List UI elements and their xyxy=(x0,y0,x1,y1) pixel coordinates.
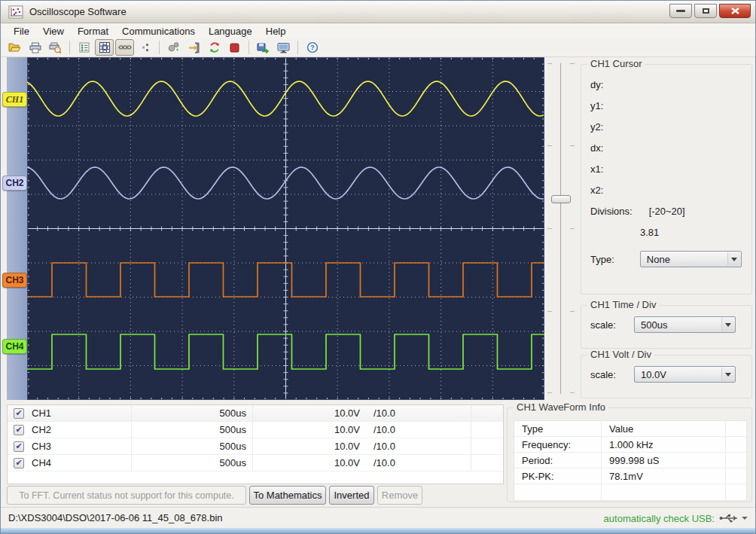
channel-tag-ch2[interactable]: CH2 xyxy=(2,175,27,191)
inverted-button[interactable]: Inverted xyxy=(329,486,374,505)
volt-div-panel: CH1 Volt / Div scale: 10.0V xyxy=(581,355,752,398)
waveform-canvas xyxy=(27,57,544,400)
toolbar-separator xyxy=(297,41,298,54)
refresh-button[interactable] xyxy=(205,39,224,56)
grid-display-button[interactable] xyxy=(95,39,114,56)
restore-icon xyxy=(703,8,709,14)
frequency-label: Frequency: xyxy=(514,437,602,452)
help-icon: ? xyxy=(306,41,319,53)
stop-button[interactable] xyxy=(225,39,244,56)
toolbar-separator xyxy=(69,41,70,54)
channel-tag-ch3[interactable]: CH3 xyxy=(2,273,27,288)
window-bottom-border xyxy=(1,528,755,534)
slider-thumb[interactable] xyxy=(551,195,571,203)
toolbar-separator xyxy=(248,41,249,54)
remove-button[interactable]: Remove xyxy=(377,486,422,505)
pkpk-value: 78.1mV xyxy=(602,468,726,484)
time-scale-select[interactable]: 500us xyxy=(634,316,736,333)
ch1-name: CH1 xyxy=(32,407,51,419)
table-row-ch3[interactable]: ✔ CH3 500us 10.0V /10.0 xyxy=(8,438,503,455)
menu-bar: File View Format Communications Language… xyxy=(1,23,755,38)
ch3-name: CH3 xyxy=(32,441,51,452)
ch1-probe: /10.0 xyxy=(366,405,471,421)
volt-div-title: CH1 Volt / Div xyxy=(587,349,654,360)
usb-icon xyxy=(719,514,737,523)
time-div-title: CH1 Time / Div xyxy=(587,299,659,310)
open-file-button[interactable] xyxy=(5,39,24,56)
import-data-icon xyxy=(188,42,200,53)
ch2-name: CH2 xyxy=(32,424,51,435)
to-fft-button[interactable]: To FFT. Current status not support for t… xyxy=(7,486,246,505)
menu-file[interactable]: File xyxy=(7,24,36,38)
close-button[interactable] xyxy=(719,4,751,18)
import-data-button[interactable] xyxy=(184,39,203,56)
channel-label-strip: CH1 CH2 CH3 CH4 xyxy=(7,57,27,400)
cursor-panel-title: CH1 Cursor xyxy=(587,58,645,69)
channel-tag-ch1[interactable]: CH1 xyxy=(2,92,27,107)
menu-language[interactable]: Language xyxy=(202,24,259,38)
ch3-probe: /10.0 xyxy=(366,438,471,454)
ch3-volt: 10.0V xyxy=(253,438,366,454)
to-mathematics-button[interactable]: To Mathematics xyxy=(249,486,326,505)
period-label: Period: xyxy=(514,453,602,468)
grid-display-icon xyxy=(99,41,111,53)
waveform-info-title: CH1 WaveForm Info xyxy=(514,401,608,413)
dashed-display-button[interactable] xyxy=(115,39,134,56)
screen-capture-button[interactable] xyxy=(274,39,293,56)
volt-scale-value: 10.0V xyxy=(641,369,666,380)
menu-communications[interactable]: Communications xyxy=(115,24,202,38)
toolbar: ? xyxy=(1,38,755,57)
minimize-icon xyxy=(676,10,685,12)
help-button[interactable]: ? xyxy=(303,39,322,56)
slider-tick-mark xyxy=(570,228,575,229)
waveform-display[interactable] xyxy=(27,57,544,400)
cursor-type-select[interactable]: None xyxy=(640,251,742,267)
ch1-checkbox[interactable]: ✔ xyxy=(14,408,24,419)
channel-list-button[interactable] xyxy=(75,39,93,56)
stop-icon xyxy=(230,43,239,53)
ch3-checkbox[interactable]: ✔ xyxy=(14,441,24,452)
time-scale-dropdown-button[interactable] xyxy=(721,318,734,331)
cursor-type-label: Type: xyxy=(590,254,614,265)
settings-gears-button[interactable] xyxy=(164,39,183,56)
usb-status-label: automatically check USB: xyxy=(604,513,715,524)
checkbox-check-icon: ✔ xyxy=(15,459,22,467)
dots-display-button[interactable] xyxy=(136,39,154,56)
menu-format[interactable]: Format xyxy=(71,24,115,38)
divisions-range: [-20~20] xyxy=(649,206,685,217)
info-row-pkpk: PK-PK: 78.1mV xyxy=(514,468,746,484)
slider-track[interactable] xyxy=(560,63,562,394)
channel-tag-ch4[interactable]: CH4 xyxy=(2,339,27,354)
minimize-button[interactable] xyxy=(669,4,692,18)
volt-scale-select[interactable]: 10.0V xyxy=(634,366,736,383)
volt-scale-dropdown-button[interactable] xyxy=(721,368,734,381)
channel-table: ✔ CH1 500us 10.0V /10.0 ✔ CH2 500us 10.0… xyxy=(7,404,504,484)
checkbox-check-icon: ✔ xyxy=(15,442,22,450)
chevron-down-icon xyxy=(731,258,737,261)
app-logo-icon xyxy=(8,5,23,19)
cursor-field-dy: dy: xyxy=(581,74,751,95)
toolbar-separator xyxy=(159,41,160,54)
cursor-type-dropdown-button[interactable] xyxy=(727,252,740,266)
table-row-ch1[interactable]: ✔ CH1 500us 10.0V /10.0 xyxy=(8,405,503,422)
channel-list-icon xyxy=(79,42,90,53)
restore-button[interactable] xyxy=(694,4,717,18)
print-preview-button[interactable] xyxy=(46,39,65,56)
ch2-checkbox[interactable]: ✔ xyxy=(14,425,24,435)
cursor-field-y2: y2: xyxy=(581,116,751,137)
table-row-ch2[interactable]: ✔ CH2 500us 10.0V /10.0 xyxy=(8,422,503,438)
time-scale-label: scale: xyxy=(590,319,616,331)
cursor-field-x1: x1: xyxy=(581,158,751,179)
table-row-ch4[interactable]: ✔ CH4 500us 10.0V /10.0 xyxy=(8,455,503,471)
checkbox-check-icon: ✔ xyxy=(15,409,22,417)
menu-view[interactable]: View xyxy=(36,24,71,38)
time-div-panel: CH1 Time / Div scale: 500us xyxy=(581,305,752,349)
menu-help[interactable]: Help xyxy=(259,24,293,38)
export-save-button[interactable] xyxy=(254,39,273,56)
title-bar: Oscilloscope Software xyxy=(1,1,755,23)
print-button[interactable] xyxy=(26,39,44,56)
usb-dropdown-caret-icon[interactable] xyxy=(742,517,748,520)
svg-text:?: ? xyxy=(310,43,315,51)
slider-tick-mark xyxy=(547,145,552,146)
ch4-checkbox[interactable]: ✔ xyxy=(14,458,24,468)
